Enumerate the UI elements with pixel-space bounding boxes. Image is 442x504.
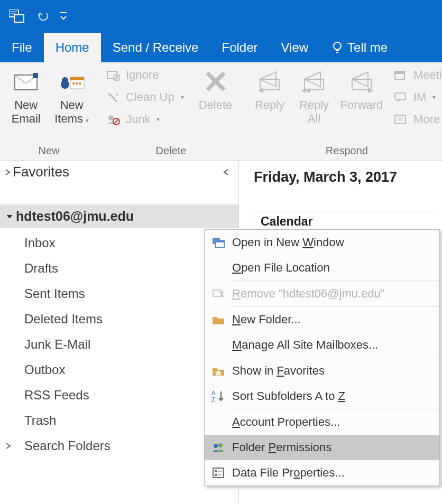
lightbulb-icon — [332, 41, 343, 54]
svg-rect-15 — [76, 82, 78, 85]
svg-rect-1 — [14, 15, 24, 22]
tab-view[interactable]: View — [270, 33, 320, 62]
svg-rect-9 — [33, 73, 38, 78]
folder-drafts[interactable]: Drafts — [0, 256, 238, 281]
ctx-sort-subfolders-label: Sort Subfolders A to Z — [232, 389, 345, 403]
folder-outbox[interactable]: Outbox — [0, 357, 238, 382]
account-header[interactable]: hdtest06@jmu.edu — [0, 204, 238, 228]
chevron-down-icon — [3, 213, 16, 220]
svg-rect-14 — [72, 82, 75, 85]
tab-folder[interactable]: Folder — [210, 33, 269, 62]
app-icon — [5, 5, 29, 28]
tab-tell-me[interactable]: Tell me — [320, 33, 399, 62]
svg-rect-30 — [395, 71, 404, 74]
meeting-label: Meeti — [413, 68, 442, 82]
new-email-button[interactable]: New Email — [3, 66, 49, 126]
ribbon-group-delete: Ignore Clean Up▾ Junk▾ Delete Delete — [98, 62, 244, 160]
delete-icon — [203, 67, 228, 96]
folder-sent-items[interactable]: Sent Items — [0, 281, 238, 306]
svg-point-20 — [116, 94, 118, 96]
svg-rect-16 — [79, 82, 81, 85]
new-items-button[interactable]: New Items ▾ — [49, 66, 95, 126]
ctx-show-favorites[interactable]: Show in Favorites — [205, 358, 439, 384]
date-header: Friday, March 3, 2017 — [254, 169, 438, 185]
ctx-open-file-location[interactable]: Open File Location — [205, 255, 439, 281]
new-email-label: New Email — [12, 98, 41, 126]
svg-rect-50 — [215, 474, 217, 476]
forward-button[interactable]: Forward — [336, 66, 387, 112]
folder-trash[interactable]: Trash — [0, 408, 238, 433]
clean-up-icon — [106, 90, 121, 105]
svg-rect-48 — [215, 470, 217, 472]
svg-line-23 — [114, 119, 118, 124]
favorites-header[interactable]: Favorites — [0, 161, 238, 183]
forward-label: Forward — [340, 98, 383, 112]
tab-file[interactable]: File — [0, 33, 44, 62]
ctx-new-folder[interactable]: New Folder... — [205, 307, 439, 332]
ctx-folder-permissions[interactable]: Folder Permissions — [205, 435, 439, 460]
undo-icon[interactable] — [32, 5, 55, 28]
search-folders-label: Search Folders — [24, 438, 111, 453]
ctx-open-new-window-label: Open in New Window — [232, 236, 344, 249]
new-email-icon — [13, 67, 39, 96]
meeting-button[interactable]: Meeti — [389, 67, 442, 83]
folder-search-folders[interactable]: Search Folders — [0, 433, 238, 459]
ctx-manage-mailboxes[interactable]: Manage All Site Mailboxes... — [205, 332, 439, 358]
im-button[interactable]: IM▾ — [389, 89, 442, 106]
ctx-sort-subfolders[interactable]: AZ Sort Subfolders A to Z — [205, 384, 439, 409]
forward-icon — [349, 67, 374, 96]
people-icon — [205, 442, 232, 453]
ctx-account-properties[interactable]: Account Properties... — [205, 409, 439, 435]
meeting-icon — [393, 68, 408, 82]
new-items-label: New Items ▾ — [54, 98, 89, 126]
open-window-icon — [205, 237, 232, 248]
svg-rect-31 — [395, 93, 406, 100]
svg-rect-47 — [213, 468, 224, 478]
tab-home[interactable]: Home — [44, 33, 101, 62]
ctx-data-file-properties-label: Data File Properties... — [232, 466, 345, 480]
clean-up-button[interactable]: Clean Up▾ — [102, 89, 190, 106]
reply-all-icon — [301, 67, 327, 96]
ctx-data-file-properties[interactable]: Data File Properties... — [205, 460, 439, 486]
group-label-respond: Respond — [244, 143, 442, 160]
more-icon — [393, 112, 408, 127]
svg-point-21 — [108, 115, 114, 120]
ribbon-group-new: New Email New Items ▾ New — [0, 62, 98, 160]
ignore-label: Ignore — [126, 68, 159, 82]
junk-button[interactable]: Junk▾ — [102, 111, 190, 128]
ignore-button[interactable]: Ignore — [102, 67, 190, 83]
qat-customize-icon[interactable] — [58, 5, 69, 28]
ribbon-group-respond: Reply Reply All Forward Meeti IM▾ — [244, 62, 442, 160]
title-bar — [0, 0, 442, 33]
reply-all-label: Reply All — [299, 98, 329, 126]
ctx-remove-account-label: Remove "hdtest06@jmu.edu" — [232, 287, 385, 301]
favorite-star-icon — [205, 365, 232, 377]
group-label-new: New — [0, 143, 98, 160]
ctx-remove-account: Remove "hdtest06@jmu.edu" — [205, 281, 439, 306]
reply-all-button[interactable]: Reply All — [292, 66, 336, 126]
reply-button[interactable]: Reply — [247, 66, 292, 112]
group-label-delete: Delete — [98, 143, 244, 160]
svg-point-11 — [62, 77, 68, 83]
remove-icon — [205, 288, 232, 300]
folder-inbox[interactable]: Inbox — [0, 230, 238, 256]
im-icon — [393, 90, 408, 105]
collapse-caret-icon[interactable] — [223, 169, 230, 176]
new-folder-icon — [205, 314, 232, 325]
svg-rect-37 — [216, 240, 224, 242]
navigation-pane: Favorites hdtest06@jmu.edu Inbox Drafts … — [0, 161, 239, 504]
junk-label: Junk — [126, 113, 150, 126]
properties-icon — [205, 467, 232, 479]
more-button[interactable]: More — [389, 111, 442, 128]
tab-send-receive[interactable]: Send / Receive — [101, 33, 210, 62]
new-items-icon — [58, 67, 86, 96]
ctx-open-new-window[interactable]: Open in New Window — [205, 230, 439, 255]
ctx-account-properties-label: Account Properties... — [232, 415, 340, 429]
folder-junk-email[interactable]: Junk E-Mail — [0, 332, 238, 357]
reply-icon — [257, 67, 282, 96]
folder-rss-feeds[interactable]: RSS Feeds — [0, 382, 238, 408]
delete-button[interactable]: Delete — [190, 66, 241, 112]
svg-text:A: A — [211, 390, 216, 396]
clean-up-label: Clean Up — [126, 90, 174, 104]
folder-deleted-items[interactable]: Deleted Items — [0, 306, 238, 332]
